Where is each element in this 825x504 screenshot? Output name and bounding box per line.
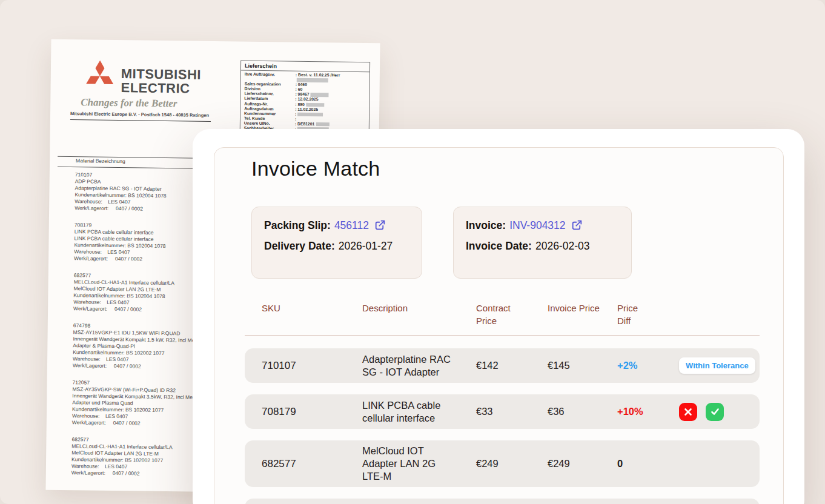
column-header-invoice-price: Invoice Price [548, 302, 617, 314]
invoice-label: Invoice: [466, 219, 506, 231]
app-background: MITSUBISHI ELECTRIC Changes for the Bett… [0, 0, 825, 504]
header-divider [245, 335, 760, 336]
cell-price-diff: +10% [617, 406, 679, 417]
packing-slip-label: Packing Slip: [264, 219, 331, 231]
cell-contract-price: €33 [476, 406, 548, 417]
cell-description: LINK PCBA cable cellular interface [362, 399, 476, 425]
delivery-date-label: Delivery Date: [264, 240, 335, 252]
cell-sku: 708179 [262, 406, 362, 418]
brand-line-1: MITSUBISHI [121, 67, 201, 82]
external-link-icon[interactable] [571, 218, 583, 237]
check-icon [711, 407, 720, 416]
table-row: 682577 MelCloud IOT Adapter LAN 2G LTE-M… [245, 440, 760, 487]
brand-line-2: ELECTRIC [121, 81, 200, 96]
x-icon [684, 408, 692, 416]
table-row-partial [245, 499, 760, 504]
external-link-icon[interactable] [374, 218, 386, 237]
reject-button[interactable] [679, 403, 697, 421]
invoice-link[interactable]: INV-904312 [509, 219, 565, 231]
table-row: 708179 LINK PCBA cable cellular interfac… [245, 394, 760, 429]
invoice-date-value: 2026-02-03 [535, 240, 590, 252]
line-items-table: SKU Description Contract Price Invoice P… [245, 302, 760, 504]
cell-sku: 682577 [262, 458, 362, 470]
cell-description: Adapterplatine RAC SG - IOT Adapter [362, 353, 476, 379]
column-header-price-diff: Price Diff [617, 302, 679, 327]
page-title: Invoice Match [251, 155, 380, 182]
cell-invoice-price: €249 [548, 458, 617, 469]
invoice-card: Invoice:INV-904312 Invoice Date:2026-02-… [453, 207, 632, 279]
cell-invoice-price: €145 [548, 360, 617, 371]
table-header-row: SKU Description Contract Price Invoice P… [245, 302, 760, 327]
invoice-match-panel: Invoice Match Packing Slip:456112 Delive… [214, 147, 784, 504]
column-header-contract-price: Contract Price [476, 302, 548, 327]
cell-price-diff: +2% [617, 360, 679, 371]
table-row: 710107 Adapterplatine RAC SG - IOT Adapt… [245, 348, 760, 383]
invoice-date-label: Invoice Date: [466, 240, 532, 252]
cell-invoice-price: €36 [548, 406, 617, 417]
lieferschein-box: Lieferschein Ihre Auftragsnr.: Best. v. … [240, 61, 370, 134]
lieferschein-fields: Ihre Auftragsnr.: Best. v. 11.02.25 /Her… [240, 71, 369, 139]
redacted-block [306, 102, 324, 107]
cell-sku: 710107 [262, 360, 362, 372]
redacted-block [310, 93, 328, 97]
column-header-sku: SKU [262, 302, 362, 314]
cell-price-diff: 0 [617, 458, 679, 469]
redacted-block [297, 78, 328, 82]
delivery-date-value: 2026-01-27 [339, 240, 393, 252]
redacted-block [297, 112, 323, 116]
cell-contract-price: €142 [476, 360, 548, 371]
brand-name: MITSUBISHI ELECTRIC [121, 67, 201, 96]
document-cards: Packing Slip:456112 Delivery Date:2026-0… [251, 207, 632, 279]
approve-button[interactable] [706, 403, 724, 421]
column-header-description: Description [362, 302, 476, 314]
cell-contract-price: €249 [476, 458, 548, 469]
status-badge: Within Tolerance [679, 357, 755, 374]
mitsubishi-logo-icon [86, 60, 114, 92]
sender-address-line: Mitsubishi Electric Europe B.V. - Postfa… [70, 111, 211, 122]
packing-slip-card: Packing Slip:456112 Delivery Date:2026-0… [251, 207, 422, 279]
packing-slip-link[interactable]: 456112 [334, 219, 369, 231]
redacted-block [316, 122, 329, 127]
cell-description: MelCloud IOT Adapter LAN 2G LTE-M [362, 445, 476, 483]
invoice-match-modal: Invoice Match Packing Slip:456112 Delive… [193, 129, 804, 504]
brand-tagline: Changes for the Better [81, 96, 177, 110]
material-column-header: Material Bezeichnung [76, 158, 125, 164]
